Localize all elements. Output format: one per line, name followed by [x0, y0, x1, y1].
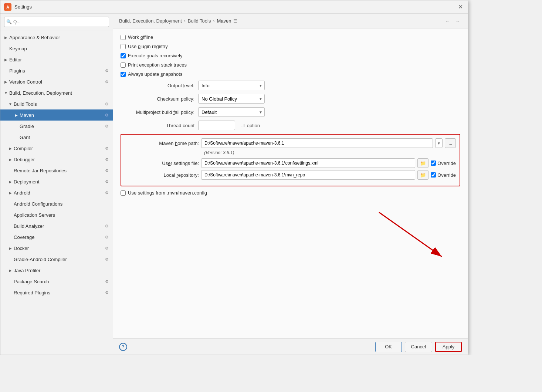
sidebar-item-build-tools[interactable]: ▼ Build Tools ⚙ — [0, 98, 113, 109]
sidebar-item-label: Android Configurations — [14, 201, 110, 207]
breadcrumb-current: Maven — [217, 18, 231, 24]
sidebar-item-gant[interactable]: Gant — [0, 132, 113, 143]
sidebar-item-debugger[interactable]: ▶ Debugger ⚙ — [0, 154, 113, 165]
sidebar-item-required-plugins[interactable]: Required Plugins ⚙ — [0, 287, 113, 298]
title-bar-left: A Settings — [4, 3, 32, 11]
search-input[interactable] — [4, 17, 109, 27]
sidebar-item-keymap[interactable]: Keymap — [0, 43, 113, 54]
expand-icon — [3, 68, 9, 73]
local-repository-override: Override — [431, 172, 456, 178]
expand-icon: ▶ — [8, 146, 13, 151]
action-buttons: OK Cancel Apply — [375, 342, 462, 352]
local-repository-browse-button[interactable]: 📁 — [417, 170, 428, 180]
bottom-bar: ? OK Cancel Apply — [113, 338, 468, 355]
close-button[interactable]: ✕ — [457, 3, 464, 11]
sidebar-item-java-profiler[interactable]: ▶ Java Profiler — [0, 265, 113, 276]
sidebar-item-docker[interactable]: ▶ Docker ⚙ — [0, 243, 113, 254]
execute-goals-checkbox[interactable] — [121, 53, 126, 58]
work-offline-checkbox[interactable] — [121, 35, 126, 40]
sidebar-item-label: Docker — [14, 246, 104, 251]
settings-icon: ⚙ — [104, 156, 110, 162]
local-repository-row: Local repository: 📁 Override — [125, 170, 456, 180]
sidebar-item-package-search[interactable]: Package Search ⚙ — [0, 276, 113, 287]
print-exception-row: Print exception stack traces — [121, 62, 460, 68]
user-settings-browse-button[interactable]: 📁 — [417, 158, 428, 168]
settings-icon: ⚙ — [104, 234, 110, 240]
sidebar-item-plugins[interactable]: Plugins ⚙ — [0, 65, 113, 76]
maven-home-label: Maven home path: — [125, 141, 199, 146]
settings-icon: ⚙ — [104, 68, 110, 74]
sidebar: 🔍 ▶ Appearance & Behavior Keymap ▶ — [0, 14, 113, 355]
sidebar-item-build-analyzer[interactable]: Build Analyzer ⚙ — [0, 220, 113, 232]
use-settings-mvn-label: Use settings from .mvn/maven.config — [128, 190, 207, 196]
print-exception-checkbox[interactable] — [121, 62, 126, 68]
sidebar-item-deployment[interactable]: ▶ Deployment ⚙ — [0, 176, 113, 187]
local-repository-input[interactable] — [201, 170, 415, 180]
sidebar-item-compiler[interactable]: ▶ Compiler ⚙ — [0, 143, 113, 154]
breadcrumb-part2: Build Tools — [188, 18, 211, 24]
expand-icon — [8, 257, 13, 262]
always-update-row: Always update snapshots — [121, 71, 460, 77]
sidebar-item-gradle-android[interactable]: Gradle-Android Compiler ⚙ — [0, 254, 113, 265]
sidebar-item-coverage[interactable]: Coverage ⚙ — [0, 232, 113, 243]
expand-icon: ▶ — [14, 112, 19, 118]
sidebar-item-editor[interactable]: ▶ Editor — [0, 54, 113, 65]
nav-back-arrow[interactable]: ← — [443, 17, 451, 25]
sidebar-item-label: Remote Jar Repositories — [14, 168, 104, 173]
expand-icon — [8, 223, 13, 229]
sidebar-item-label: Keymap — [9, 46, 110, 51]
use-settings-mvn-checkbox[interactable] — [121, 190, 126, 196]
expand-icon — [3, 46, 9, 51]
nav-forward-arrow[interactable]: → — [454, 17, 462, 25]
sidebar-item-label: Build, Execution, Deployment — [9, 90, 110, 96]
sidebar-item-label: Plugins — [9, 68, 104, 74]
expand-icon: ▶ — [8, 190, 13, 195]
sidebar-item-remote-jar[interactable]: Remote Jar Repositories ⚙ — [0, 165, 113, 176]
expand-icon: ▶ — [3, 35, 9, 40]
breadcrumb-bar: Build, Execution, Deployment › Build Too… — [113, 14, 468, 28]
expand-icon — [14, 124, 19, 129]
thread-count-row: Thread count -T option — [121, 121, 460, 130]
sidebar-item-label: Appearance & Behavior — [9, 35, 110, 40]
checksum-policy-dropdown[interactable]: No Global Policy Fail Warn Ignore — [198, 94, 265, 104]
local-repository-override-checkbox[interactable] — [431, 172, 436, 178]
sidebar-item-build-execution[interactable]: ▼ Build, Execution, Deployment — [0, 87, 113, 98]
user-settings-input[interactable] — [201, 158, 415, 168]
sidebar-item-android[interactable]: ▶ Android ⚙ — [0, 187, 113, 198]
user-settings-override-checkbox[interactable] — [431, 160, 436, 166]
breadcrumb-part1: Build, Execution, Deployment — [119, 18, 182, 24]
expand-icon: ▶ — [8, 179, 13, 184]
sidebar-item-appearance[interactable]: ▶ Appearance & Behavior — [0, 32, 113, 43]
maven-home-input[interactable] — [201, 138, 433, 148]
sidebar-item-label: Debugger — [14, 157, 104, 162]
user-settings-override: Override — [431, 160, 456, 166]
use-plugin-registry-checkbox[interactable] — [121, 44, 126, 49]
maven-home-dropdown-arrow[interactable]: ▼ — [435, 138, 443, 148]
sidebar-item-version-control[interactable]: ▶ Version Control ⚙ — [0, 76, 113, 87]
highlight-box: Maven home path: ▼ ... (Version: 3.6.1) … — [121, 134, 460, 186]
sidebar-item-application-servers[interactable]: Application Servers — [0, 209, 113, 220]
red-arrow-svg — [335, 201, 460, 266]
execute-goals-label: Execute goals recursively — [128, 53, 182, 58]
breadcrumb-menu-icon[interactable]: ☰ — [233, 18, 237, 24]
always-update-label: Always update snapshots — [128, 71, 182, 77]
thread-count-input[interactable] — [198, 121, 235, 130]
sidebar-item-android-configs[interactable]: Android Configurations — [0, 198, 113, 209]
always-update-checkbox[interactable] — [121, 72, 126, 77]
main-content-area: 🔍 ▶ Appearance & Behavior Keymap ▶ — [0, 14, 468, 355]
sidebar-item-gradle[interactable]: Gradle ⚙ — [0, 121, 113, 132]
ok-button[interactable]: OK — [375, 342, 402, 352]
output-level-dropdown[interactable]: Info Warn Debug — [198, 81, 265, 90]
settings-icon: ⚙ — [104, 101, 110, 107]
sidebar-item-label: Coverage — [14, 234, 104, 240]
user-settings-override-label: Override — [437, 160, 456, 166]
help-button[interactable]: ? — [119, 343, 127, 351]
maven-home-browse-button[interactable]: ... — [445, 138, 456, 148]
use-plugin-registry-row: Use plugin registry — [121, 44, 460, 49]
multiproject-fail-dropdown[interactable]: Default Fail At End Fail Never Fail Fast — [198, 107, 265, 117]
expand-icon: ▶ — [8, 157, 13, 162]
cancel-button[interactable]: Cancel — [405, 342, 432, 352]
sidebar-item-maven[interactable]: ▶ Maven ⚙ — [0, 109, 113, 121]
apply-button[interactable]: Apply — [435, 342, 462, 352]
settings-icon: ⚙ — [104, 123, 110, 129]
